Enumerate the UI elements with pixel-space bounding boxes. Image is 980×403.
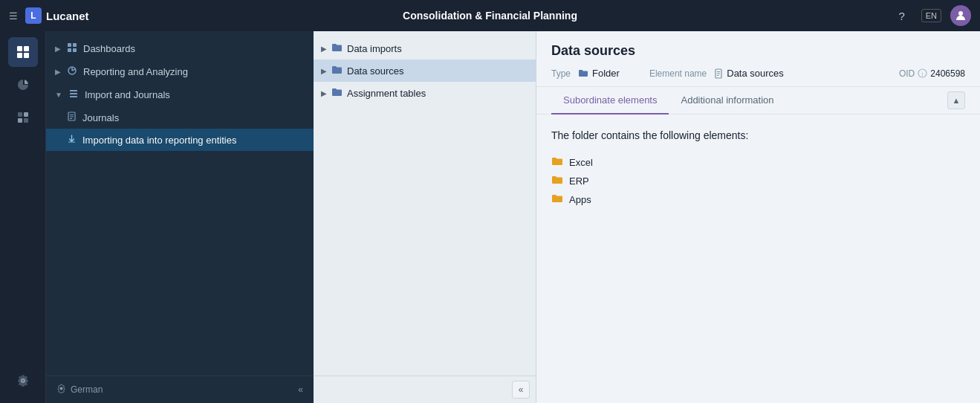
collapse-middle-panel-button[interactable]: « bbox=[512, 381, 530, 399]
nav-item-import-journals[interactable]: ▼ Import and Journals bbox=[46, 83, 314, 106]
nav-label-journals: Journals bbox=[82, 112, 119, 123]
svg-rect-11 bbox=[68, 48, 71, 52]
tab-subordinate-elements[interactable]: Subordinate elements bbox=[551, 87, 669, 115]
svg-rect-21 bbox=[68, 142, 75, 143]
svg-rect-12 bbox=[73, 48, 77, 52]
tree-item-data-imports[interactable]: ▶ Data imports bbox=[314, 37, 536, 59]
folder-item-apps: Apps bbox=[551, 190, 965, 209]
nav-item-journals[interactable]: Journals bbox=[46, 106, 314, 129]
meta-element-text: Data sources bbox=[727, 68, 784, 79]
tree-chevron-imports: ▶ bbox=[321, 45, 327, 53]
folder-icon-excel bbox=[551, 156, 563, 169]
folder-icon-imports bbox=[331, 42, 343, 54]
svg-rect-5 bbox=[18, 112, 22, 117]
sidebar-icon-dashboard[interactable] bbox=[8, 37, 38, 67]
tree-chevron-assignment: ▶ bbox=[321, 89, 327, 97]
svg-rect-14 bbox=[70, 90, 77, 91]
svg-rect-9 bbox=[68, 43, 71, 47]
svg-rect-3 bbox=[17, 53, 22, 58]
svg-rect-16 bbox=[70, 96, 77, 97]
meta-element-row: Element name Data sources bbox=[649, 68, 784, 79]
meta-element-value: Data sources bbox=[714, 68, 784, 79]
detail-panel: Data sources Type Folder Element name Da… bbox=[536, 31, 980, 403]
svg-rect-19 bbox=[70, 117, 74, 117]
folder-icon-assignment bbox=[331, 87, 343, 99]
sidebar-icon-settings[interactable] bbox=[8, 366, 38, 396]
meta-type-text: Folder bbox=[592, 68, 620, 79]
help-icon[interactable]: ? bbox=[892, 5, 912, 26]
nav-item-reporting[interactable]: ▶ Reporting and Analyzing bbox=[46, 60, 314, 83]
tree-item-data-sources[interactable]: ▶ Data sources bbox=[314, 59, 536, 82]
icon-sidebar-bottom bbox=[8, 366, 38, 396]
collapse-detail-panel-button[interactable]: ▲ bbox=[947, 91, 965, 109]
nav-sidebar-footer[interactable]: German « bbox=[46, 375, 314, 403]
logo-box: L bbox=[25, 7, 42, 24]
folder-item-erp: ERP bbox=[551, 172, 965, 190]
folder-label-apps: Apps bbox=[569, 194, 591, 205]
tree-label-imports: Data imports bbox=[347, 43, 402, 54]
nav-item-importing[interactable]: Importing data into reporting entities bbox=[46, 129, 314, 151]
folder-icon-sources bbox=[331, 65, 343, 77]
topbar-actions: ? EN bbox=[892, 5, 971, 26]
meta-element-label: Element name bbox=[649, 68, 707, 79]
nav-sidebar-content: ▶ Dashboards ▶ Reporting and Analyzing ▼… bbox=[46, 31, 314, 375]
user-avatar[interactable] bbox=[950, 5, 971, 26]
meta-type-label: Type bbox=[551, 68, 571, 79]
folder-icon-apps bbox=[551, 193, 563, 206]
nav-item-dashboards[interactable]: ▶ Dashboards bbox=[46, 37, 314, 60]
page-title: Consolidation & Financial Planning bbox=[403, 10, 577, 22]
nav-icon-reporting bbox=[67, 65, 77, 78]
logo-text: Lucanet bbox=[46, 10, 89, 22]
svg-rect-6 bbox=[24, 112, 28, 117]
sidebar-icon-consolidation[interactable] bbox=[8, 103, 38, 132]
nav-icon-importing bbox=[67, 134, 77, 146]
detail-body: The folder contains the following elemen… bbox=[536, 115, 980, 403]
svg-rect-15 bbox=[70, 93, 77, 94]
detail-header: Data sources Type Folder Element name Da… bbox=[536, 31, 980, 87]
tree-item-assignment[interactable]: ▶ Assignment tables bbox=[314, 82, 536, 104]
folder-icon-erp bbox=[551, 175, 563, 187]
language-selector[interactable]: EN bbox=[921, 9, 941, 22]
tree-chevron-sources: ▶ bbox=[321, 67, 327, 75]
detail-tabs: Subordinate elements Additional informat… bbox=[536, 87, 980, 115]
footer-language-label: German bbox=[71, 384, 103, 395]
meta-oid: OID i 2406598 bbox=[899, 68, 965, 79]
topbar: ☰ L Lucanet Consolidation & Financial Pl… bbox=[0, 0, 980, 31]
svg-rect-10 bbox=[73, 43, 77, 47]
detail-meta: Type Folder Element name Data sources OI… bbox=[551, 68, 965, 79]
svg-point-0 bbox=[958, 11, 963, 16]
meta-oid-label: OID bbox=[899, 68, 915, 79]
tab-additional-information[interactable]: Additional information bbox=[669, 87, 785, 115]
main-content: ▶ Dashboards ▶ Reporting and Analyzing ▼… bbox=[0, 31, 980, 403]
nav-icon-journals bbox=[67, 112, 77, 123]
settings-icon-footer bbox=[56, 384, 66, 396]
logo: L Lucanet bbox=[25, 7, 89, 24]
folder-label-excel: Excel bbox=[569, 157, 593, 168]
detail-title: Data sources bbox=[551, 43, 965, 59]
meta-type-row: Type Folder bbox=[551, 68, 620, 79]
sidebar-icon-reporting[interactable] bbox=[8, 70, 38, 100]
menu-icon[interactable]: ☰ bbox=[9, 10, 18, 22]
folder-description: The folder contains the following elemen… bbox=[551, 129, 965, 141]
middle-panel-footer: « bbox=[314, 375, 536, 403]
svg-text:i: i bbox=[922, 71, 924, 77]
middle-panel: ▶ Data imports ▶ Data sources ▶ Assignme… bbox=[314, 31, 536, 403]
meta-oid-value: 2406598 bbox=[930, 68, 965, 79]
tree-label-assignment: Assignment tables bbox=[347, 88, 426, 99]
folder-item-excel: Excel bbox=[551, 153, 965, 172]
svg-rect-24 bbox=[717, 73, 720, 74]
svg-rect-2 bbox=[24, 46, 29, 51]
svg-rect-4 bbox=[24, 53, 29, 58]
tree-label-sources: Data sources bbox=[347, 65, 404, 77]
collapse-sidebar-icon[interactable]: « bbox=[298, 384, 303, 395]
svg-rect-25 bbox=[717, 75, 719, 76]
svg-rect-20 bbox=[70, 118, 72, 119]
svg-rect-18 bbox=[70, 115, 74, 115]
meta-type-value: Folder bbox=[578, 68, 620, 79]
middle-panel-content: ▶ Data imports ▶ Data sources ▶ Assignme… bbox=[314, 31, 536, 210]
nav-chevron-reporting: ▶ bbox=[55, 68, 61, 76]
nav-sidebar: ▶ Dashboards ▶ Reporting and Analyzing ▼… bbox=[46, 31, 314, 403]
svg-rect-7 bbox=[18, 118, 22, 123]
svg-rect-8 bbox=[24, 118, 28, 123]
nav-label-import: Import and Journals bbox=[85, 89, 170, 100]
